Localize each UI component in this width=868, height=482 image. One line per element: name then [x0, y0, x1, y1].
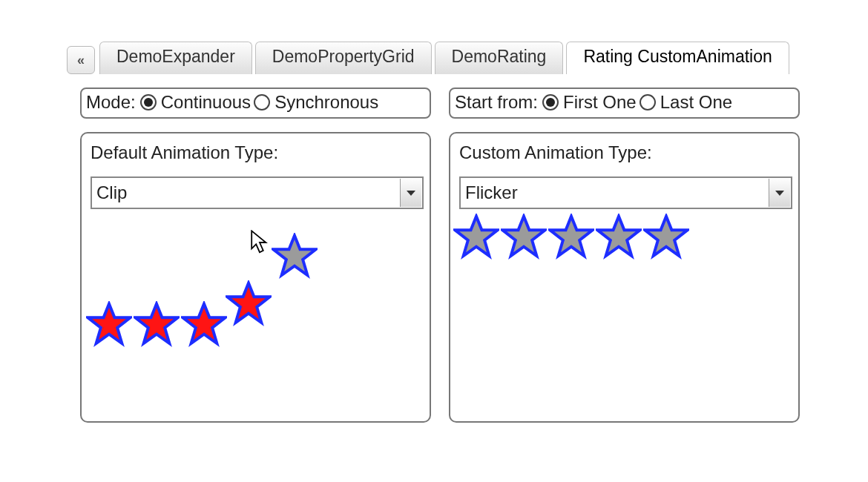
- radio-dot-icon: [140, 94, 157, 110]
- mode-radio-continuous[interactable]: Continuous: [140, 92, 251, 113]
- radio-dot-icon: [254, 94, 270, 110]
- svg-marker-6: [455, 217, 497, 256]
- svg-marker-3: [227, 283, 269, 323]
- svg-marker-10: [645, 217, 687, 256]
- radio-dot-icon: [542, 94, 559, 110]
- left-column: Mode: Continuous Synchronous Default Ani…: [80, 88, 431, 423]
- custom-animation-title: Custom Animation Type:: [459, 142, 789, 163]
- star-icon[interactable]: [181, 301, 227, 347]
- panels: Mode: Continuous Synchronous Default Ani…: [80, 88, 800, 423]
- star-icon[interactable]: [86, 301, 132, 347]
- chevron-down-icon: [769, 179, 790, 207]
- star-icon[interactable]: [226, 280, 272, 326]
- tab-label: DemoExpander: [116, 47, 235, 66]
- custom-animation-panel: Custom Animation Type: Flicker: [449, 132, 800, 423]
- svg-marker-1: [135, 304, 177, 343]
- arrow-cursor-icon: [251, 230, 269, 255]
- star-icon[interactable]: [272, 233, 318, 279]
- mode-radio-synchronous[interactable]: Synchronous: [254, 92, 378, 113]
- chevron-down-icon: [400, 179, 421, 207]
- mode-group: Mode: Continuous Synchronous: [80, 88, 431, 119]
- double-chevron-left-icon: «: [77, 53, 85, 68]
- tab-label: Rating CustomAnimation: [583, 47, 772, 66]
- default-rating-stars[interactable]: [86, 301, 227, 347]
- tab-demopropertygrid[interactable]: DemoPropertyGrid: [255, 42, 432, 74]
- start-from-label: Start from:: [455, 92, 538, 113]
- start-radio-last-one[interactable]: Last One: [640, 92, 732, 113]
- start-from-group: Start from: First One Last One: [449, 88, 800, 119]
- radio-label: Last One: [660, 92, 732, 113]
- custom-animation-combo[interactable]: Flicker: [459, 176, 792, 209]
- radio-label: Continuous: [161, 92, 251, 113]
- default-animation-panel: Default Animation Type: Clip: [80, 132, 431, 423]
- star-icon[interactable]: [643, 214, 689, 260]
- tab-scroll-left-button[interactable]: «: [67, 46, 95, 74]
- svg-marker-4: [273, 236, 315, 275]
- mode-label: Mode:: [86, 92, 136, 113]
- tab-label: DemoPropertyGrid: [272, 47, 415, 66]
- star-icon[interactable]: [596, 214, 642, 260]
- tab-strip: « DemoExpander DemoPropertyGrid DemoRati…: [67, 42, 792, 74]
- star-icon[interactable]: [134, 301, 180, 347]
- svg-marker-2: [183, 304, 225, 343]
- tab-demoexpander[interactable]: DemoExpander: [99, 42, 252, 74]
- svg-marker-5: [251, 231, 266, 252]
- svg-marker-0: [88, 304, 130, 343]
- combo-value: Clip: [92, 182, 127, 203]
- tab-rating-customanimation[interactable]: Rating CustomAnimation: [566, 42, 789, 74]
- tab-demorating[interactable]: DemoRating: [435, 42, 564, 74]
- default-animation-combo[interactable]: Clip: [91, 176, 424, 209]
- default-animation-title: Default Animation Type:: [91, 142, 421, 163]
- right-column: Start from: First One Last One Custom An…: [449, 88, 800, 423]
- svg-marker-7: [502, 217, 545, 256]
- start-radio-first-one[interactable]: First One: [542, 92, 637, 113]
- star-icon[interactable]: [501, 214, 547, 260]
- tab-label: DemoRating: [452, 47, 547, 66]
- star-icon[interactable]: [548, 214, 594, 260]
- radio-label: Synchronous: [274, 92, 378, 113]
- svg-marker-8: [550, 217, 592, 256]
- custom-rating-stars[interactable]: [453, 214, 689, 260]
- star-icon[interactable]: [453, 214, 499, 260]
- combo-value: Flicker: [461, 182, 518, 203]
- radio-label: First One: [563, 92, 637, 113]
- svg-marker-9: [597, 217, 640, 256]
- radio-dot-icon: [640, 94, 656, 110]
